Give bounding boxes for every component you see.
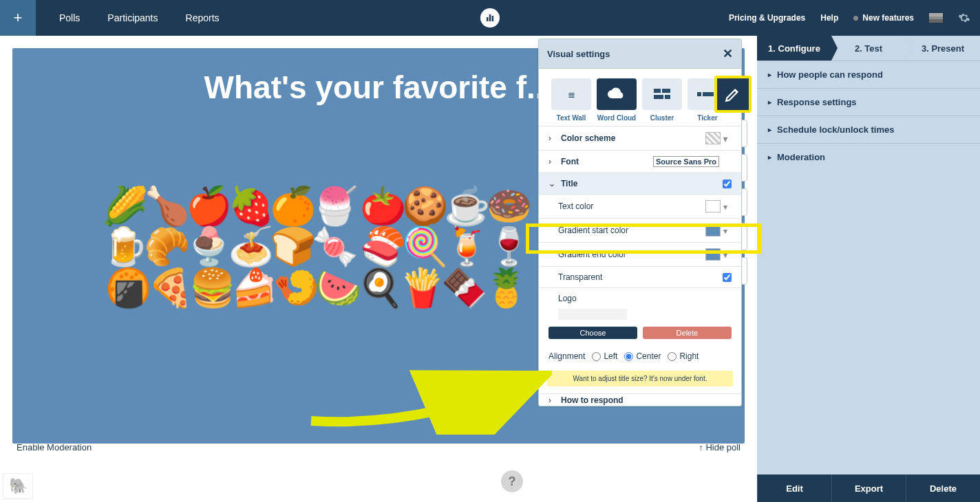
action-bar: Edit Export Delete	[757, 474, 980, 502]
title-checkbox[interactable]	[723, 179, 732, 188]
transparent-checkbox[interactable]	[723, 273, 732, 282]
nav-reports[interactable]: Reports	[186, 12, 220, 23]
transparent-label: Transparent	[558, 272, 602, 282]
canvas-column: What's your favorite f... 🌽🍗🍎🍓🍊🍧 🍅🍪☕🍩🍺🥐🍨…	[0, 36, 757, 502]
chevron-down-icon: ▾	[723, 134, 732, 142]
how-respond-label: How to respond	[561, 395, 624, 405]
vis-type-cluster[interactable]: Cluster	[642, 78, 682, 122]
color-scheme-swatch[interactable]	[705, 132, 721, 144]
accordion-label: Response settings	[777, 97, 857, 107]
delete-poll-button[interactable]: Delete	[906, 474, 980, 502]
align-center-option[interactable]: Center	[624, 351, 661, 361]
align-right-option[interactable]: Right	[668, 351, 699, 361]
nav-new-features[interactable]: New features	[853, 13, 914, 23]
close-icon[interactable]: ✕	[723, 46, 733, 61]
vis-type-text-wall[interactable]: ≣Text Wall	[551, 78, 591, 122]
logo-preview	[558, 309, 627, 320]
wizard-steps: 1. Configure 2. Test 3. Present	[757, 36, 980, 61]
grad-end-swatch[interactable]	[705, 248, 721, 261]
title-size-tip: Want to adjust title size? It's now unde…	[547, 371, 733, 386]
visual-settings-panel: Visual settings ✕ ≣Text Wall Word Cloud …	[538, 39, 742, 406]
enable-moderation-link[interactable]: Enable Moderation	[17, 442, 92, 452]
delete-button[interactable]: Delete	[643, 327, 732, 339]
grad-end-label: Gradient end color	[558, 250, 626, 259]
logo-row: Logo	[539, 287, 741, 309]
chevron-right-icon: ›	[548, 133, 558, 143]
alignment-label: Alignment	[548, 351, 585, 361]
svg-rect-1	[489, 14, 491, 21]
text-color-label: Text color	[558, 201, 593, 211]
title-label: Title	[561, 179, 577, 188]
chevron-down-icon: ⌄	[548, 179, 558, 188]
accordion-label: Schedule lock/unlock times	[777, 124, 895, 135]
choose-button[interactable]: Choose	[548, 327, 637, 339]
status-dot-icon	[853, 16, 858, 21]
vis-type-word-cloud[interactable]: Word Cloud	[597, 78, 637, 122]
gradient-end-row[interactable]: Gradient end color▾	[539, 242, 741, 266]
word-cloud: 🌽🍗🍎🍓🍊🍧 🍅🍪☕🍩🍺🥐🍨🍝🍞🍬 🍣🍭🍹🍷🍘🍕🍔🍰🍤🍉🍳🍟🍫🍍	[95, 186, 535, 308]
align-center-radio[interactable]	[624, 352, 633, 361]
export-button[interactable]: Export	[831, 474, 906, 502]
visualization-types: ≣Text Wall Word Cloud Cluster Ticker	[539, 69, 741, 126]
gear-icon[interactable]	[958, 12, 970, 24]
nav-participants[interactable]: Participants	[107, 12, 158, 23]
poll-footer: Enable Moderation ↑ Hide poll	[12, 438, 745, 456]
corner-logo: 🐘	[3, 473, 33, 499]
vis-type-label: Cluster	[642, 114, 682, 122]
visual-settings-title: Visual settings	[547, 49, 610, 59]
step-test[interactable]: 2. Test	[831, 36, 906, 61]
svg-rect-0	[487, 17, 489, 21]
text-color-row[interactable]: Text color▾	[539, 194, 741, 218]
accordion-moderation[interactable]: ▸Moderation	[757, 143, 980, 171]
triangle-right-icon: ▸	[768, 98, 771, 106]
accordion-schedule[interactable]: ▸Schedule lock/unlock times	[757, 116, 980, 143]
accordion-label: Moderation	[777, 152, 825, 162]
nav-right: Pricing & Upgrades Help New features	[729, 12, 980, 24]
logo-buttons: Choose Delete	[539, 323, 741, 346]
text-color-swatch[interactable]	[705, 200, 721, 212]
triangle-right-icon: ▸	[768, 71, 771, 78]
align-left-radio[interactable]	[592, 352, 601, 361]
font-label: Font	[561, 157, 579, 166]
chevron-down-icon: ▾	[723, 226, 732, 234]
font-row[interactable]: ›FontSource Sans Pro	[539, 150, 741, 173]
hide-poll-link[interactable]: ↑ Hide poll	[699, 442, 741, 452]
nav-pricing[interactable]: Pricing & Upgrades	[729, 13, 805, 23]
color-scheme-label: Color scheme	[561, 133, 615, 143]
svg-rect-11	[654, 89, 661, 93]
step-present[interactable]: 3. Present	[906, 36, 980, 61]
nav-polls[interactable]: Polls	[59, 12, 80, 23]
nav-help[interactable]: Help	[820, 13, 838, 23]
nav-links: Polls Participants Reports	[36, 12, 220, 23]
visual-settings-button[interactable]	[714, 76, 752, 113]
align-right-label: Right	[679, 351, 699, 361]
logo-label: Logo	[558, 294, 577, 303]
chevron-down-icon: ▾	[723, 250, 732, 259]
transparent-row[interactable]: Transparent	[539, 266, 741, 287]
align-left-label: Left	[604, 351, 617, 361]
accordion-response-settings[interactable]: ▸Response settings	[757, 88, 980, 116]
chevron-down-icon: ▾	[723, 202, 732, 210]
flag-icon[interactable]	[929, 13, 943, 23]
grad-start-swatch[interactable]	[705, 224, 721, 237]
vis-type-label: Text Wall	[551, 114, 591, 122]
add-button[interactable]: +	[0, 0, 36, 36]
svg-rect-15	[697, 92, 701, 96]
app-logo	[480, 8, 500, 28]
step-configure[interactable]: 1. Configure	[757, 36, 831, 61]
accordion-how-respond[interactable]: ▸How people can respond	[757, 61, 980, 88]
align-right-radio[interactable]	[668, 352, 677, 361]
svg-rect-13	[654, 95, 663, 99]
font-select[interactable]: Source Sans Pro	[653, 156, 719, 167]
right-sidebar: 1. Configure 2. Test 3. Present ▸How peo…	[757, 36, 980, 502]
gradient-start-row[interactable]: Gradient start color▾	[539, 218, 741, 242]
svg-rect-14	[665, 95, 670, 99]
how-to-respond-row[interactable]: ›How to respond	[539, 393, 741, 406]
help-chat-button[interactable]: ?	[501, 470, 523, 492]
color-scheme-row[interactable]: ›Color scheme▾	[539, 126, 741, 150]
title-row[interactable]: ⌄Title	[539, 173, 741, 194]
edit-button[interactable]: Edit	[757, 474, 831, 502]
align-left-option[interactable]: Left	[592, 351, 617, 361]
svg-rect-12	[662, 89, 670, 93]
chevron-right-icon: ›	[548, 157, 558, 166]
